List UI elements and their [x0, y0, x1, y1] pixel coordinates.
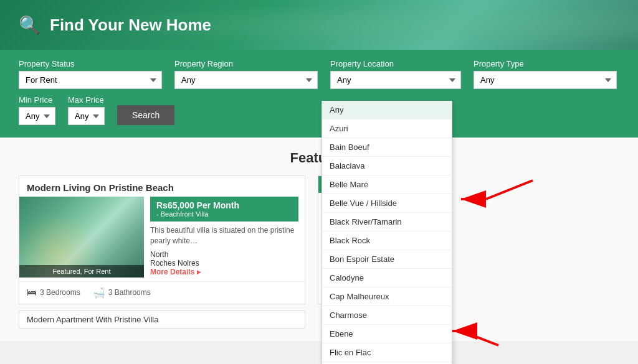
property-status-field: Property Status For Rent For Sale	[19, 59, 162, 89]
min-price-select[interactable]: Any	[19, 107, 55, 125]
bed-icon: 🛏	[27, 287, 37, 298]
search-row-top: Property Status For Rent For Sale Proper…	[19, 59, 619, 89]
card1-footer: 🛏 3 Bedrooms 🛁 3 Bathrooms	[19, 281, 305, 304]
dropdown-item-black-rock[interactable]: Black Rock	[322, 231, 452, 250]
property-status-select[interactable]: For Rent For Sale	[19, 71, 162, 89]
dropdown-item-bain-boeuf[interactable]: Bain Boeuf	[322, 138, 452, 157]
card1-image: Featured, For Rent	[19, 197, 144, 278]
min-price-label: Min Price	[19, 95, 55, 105]
dropdown-item-belle-vue[interactable]: Belle Vue / Hillside	[322, 194, 452, 213]
card1-description: This beautiful villa is situated on the …	[150, 225, 298, 246]
dropdown-item-belle-mare[interactable]: Belle Mare	[322, 175, 452, 194]
bottom-card-title: Modern Apartment With Pristine Villa	[27, 315, 158, 324]
property-type-select[interactable]: Any Villa Apartment House	[474, 71, 617, 89]
card1-region: North	[150, 250, 298, 259]
card1-more-details[interactable]: More Details ▸	[150, 268, 298, 276]
search-row-bottom: Min Price Any Max Price Any Search	[19, 95, 619, 125]
dropdown-item-cap-malheureux[interactable]: Cap Malheureux	[322, 287, 452, 306]
dropdown-item-any[interactable]: Any	[322, 101, 452, 119]
property-type-label: Property Type	[474, 59, 617, 68]
bath-icon: 🛁	[93, 287, 105, 299]
dropdown-item-balaclava[interactable]: Balaclava	[322, 157, 452, 175]
card1-info: Rs65,000 Per Month - Beachfront Villa Th…	[144, 197, 305, 281]
card1-badge: Featured, For Rent	[19, 265, 144, 278]
property-location-field: Property Location Any	[330, 59, 461, 89]
property-location-label: Property Location	[330, 59, 461, 68]
card1-subtitle: - Beachfront Villa	[156, 210, 292, 218]
card1-bedrooms-label: 3 Bedrooms	[40, 288, 80, 297]
location-dropdown[interactable]: Any Azuri Bain Boeuf Balaclava Belle Mar…	[321, 101, 452, 364]
max-price-select[interactable]: Any	[68, 107, 105, 125]
dropdown-item-ebene[interactable]: Ebene	[322, 325, 452, 343]
card1-bedrooms: 🛏 3 Bedrooms	[27, 287, 80, 298]
main-content: Featured Modern Living On Pristine Beach…	[0, 138, 638, 341]
header: 🔍 Find Your New Home	[0, 0, 638, 50]
header-content: 🔍 Find Your New Home	[19, 15, 211, 35]
dropdown-item-bon-espoir[interactable]: Bon Espoir Estate	[322, 250, 452, 269]
max-price-label: Max Price	[68, 95, 105, 105]
property-region-label: Property Region	[174, 59, 318, 68]
property-card-1: Modern Living On Pristine Beach Featured…	[19, 175, 305, 304]
bottom-card-hint: Modern Apartment With Pristine Villa	[19, 310, 305, 329]
property-location-select[interactable]: Any	[330, 71, 461, 89]
dropdown-item-flic-en-flac[interactable]: Flic en Flac	[322, 343, 452, 362]
card1-bathrooms-label: 3 Bathrooms	[108, 288, 151, 297]
more-details-arrow-icon: ▸	[197, 268, 201, 276]
property-type-field: Property Type Any Villa Apartment House	[474, 59, 617, 89]
dropdown-item-calodyne[interactable]: Calodyne	[322, 269, 452, 287]
search-button[interactable]: Search	[117, 105, 174, 125]
min-price-field: Min Price Any	[19, 95, 55, 125]
dropdown-item-black-river[interactable]: Black River/Tamarin	[322, 213, 452, 231]
card1-location: Roches Noires	[150, 259, 298, 268]
dropdown-item-azuri[interactable]: Azuri	[322, 119, 452, 138]
property-status-label: Property Status	[19, 59, 162, 68]
search-icon: 🔍	[19, 15, 40, 35]
property-region-field: Property Region Any North South East Wes…	[174, 59, 318, 89]
property-region-select[interactable]: Any North South East West	[174, 71, 318, 89]
card1-bathrooms: 🛁 3 Bathrooms	[93, 287, 151, 299]
header-title: Find Your New Home	[50, 16, 211, 35]
dropdown-item-charmose[interactable]: Charmose	[322, 306, 452, 325]
card1-title: Modern Living On Pristine Beach	[19, 176, 305, 197]
card1-price-banner: Rs65,000 Per Month - Beachfront Villa	[150, 197, 298, 222]
card1-price: Rs65,000 Per Month	[156, 200, 292, 210]
featured-title: Featured	[19, 150, 619, 166]
card1-body: Featured, For Rent Rs65,000 Per Month - …	[19, 197, 305, 281]
cards-row: Modern Living On Pristine Beach Featured…	[19, 175, 619, 304]
search-bar: Property Status For Rent For Sale Proper…	[0, 50, 638, 138]
max-price-field: Max Price Any	[68, 95, 105, 125]
